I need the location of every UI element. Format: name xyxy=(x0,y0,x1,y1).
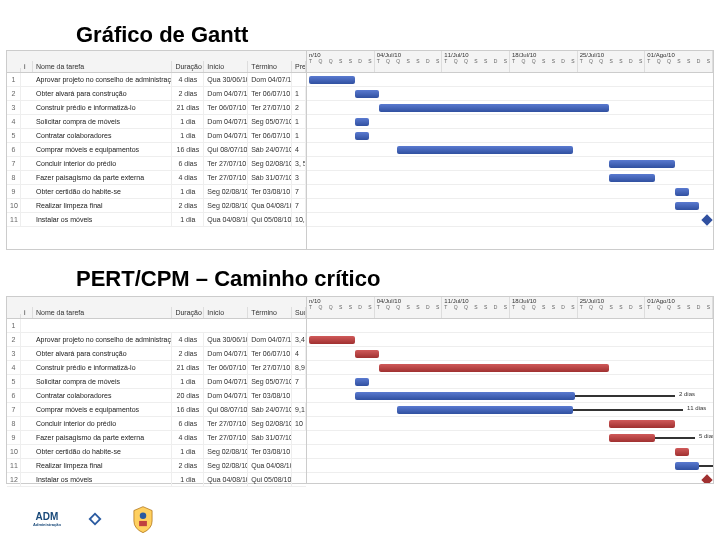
col-pred: Predecessoras xyxy=(292,61,306,72)
table-row[interactable]: 11Instalar os móveis1 diaQua 04/08/10Qui… xyxy=(7,213,306,227)
gantt-bar[interactable] xyxy=(675,188,689,196)
table-row[interactable]: 11Realizar limpeza final2 diasSeg 02/08/… xyxy=(7,459,306,473)
table-row[interactable]: 7Concluir interior do prédio6 diasTer 27… xyxy=(7,157,306,171)
table-row[interactable]: 4Solicitar compra de móveis1 diaDom 04/0… xyxy=(7,115,306,129)
table-row[interactable]: 6Comprar móveis e equipamentos16 diasQui… xyxy=(7,143,306,157)
gantt-table-header: i Nome da tarefa Duração Início Término … xyxy=(7,51,306,73)
col-name: Nome da tarefa xyxy=(33,61,172,72)
table-row[interactable]: 4Construir prédio e informatizá-lo21 dia… xyxy=(7,361,306,375)
critical-bar[interactable] xyxy=(609,434,655,442)
col-start: Início xyxy=(204,61,248,72)
gantt-bar[interactable] xyxy=(397,146,573,154)
col-duration: Duração xyxy=(172,61,204,72)
col-end: Término xyxy=(248,61,292,72)
table-row[interactable]: 12Instalar os móveis1 diaQua 04/08/10Qui… xyxy=(7,473,306,487)
gantt-bar[interactable] xyxy=(379,104,609,112)
table-row[interactable]: 8Fazer paisagismo da parte externa4 dias… xyxy=(7,171,306,185)
slack-label: 11 dias xyxy=(687,405,706,411)
svg-rect-3 xyxy=(139,521,147,526)
ufsc-logo xyxy=(124,504,162,534)
gantt-bar[interactable] xyxy=(355,378,369,386)
info-icon: i xyxy=(21,61,33,72)
slack-line xyxy=(573,409,683,411)
col-end: Término xyxy=(248,307,292,318)
table-row[interactable]: 10Obter certidão do habite-se1 diaSeg 02… xyxy=(7,445,306,459)
slack-line xyxy=(699,465,713,467)
heading-pertcpm: PERT/CPM – Caminho crítico xyxy=(76,266,380,292)
timeline-week: 25/Jul/10TQQSSDS xyxy=(578,297,646,318)
gantt-chart-panel: i Nome da tarefa Duração Início Término … xyxy=(6,50,714,250)
svg-point-2 xyxy=(140,513,147,520)
critical-bar[interactable] xyxy=(355,350,379,358)
gantt-bar[interactable] xyxy=(309,76,355,84)
table-row[interactable]: 6Contratar colaboradores20 diasDom 04/07… xyxy=(7,389,306,403)
col-duration: Duração xyxy=(172,307,204,318)
timeline-week: 04/Jul/10TQQSSDS xyxy=(375,51,443,72)
slack-label: 2 dias xyxy=(679,391,695,397)
timeline-week: 01/Ago/10TQQSSDS xyxy=(645,297,713,318)
info-icon: i xyxy=(21,307,33,318)
table-row[interactable]: 2Obter alvará para construção2 diasDom 0… xyxy=(7,87,306,101)
slack-line xyxy=(575,395,675,397)
pert-table: i Nome da tarefa Duração Início Término … xyxy=(7,297,307,483)
timeline-week: n/10TQQSSDS xyxy=(307,51,375,72)
table-row[interactable]: 2Aprovar projeto no conselho de administ… xyxy=(7,333,306,347)
cfa-logo xyxy=(76,504,114,534)
table-row[interactable]: 3Obter alvará para construção2 diasDom 0… xyxy=(7,347,306,361)
timeline-week: n/10TQQSSDS xyxy=(307,297,375,318)
table-row[interactable]: 3Construir prédio e informatizá-lo21 dia… xyxy=(7,101,306,115)
table-row[interactable]: 9Obter certidão do habite-se1 diaSeg 02/… xyxy=(7,185,306,199)
timeline-week: 01/Ago/10TQQSSDS xyxy=(645,51,713,72)
critical-bar[interactable] xyxy=(309,336,355,344)
table-row[interactable]: 10Realizar limpeza final2 diasSeg 02/08/… xyxy=(7,199,306,213)
table-row[interactable]: 5Contratar colaboradores1 diaDom 04/07/1… xyxy=(7,129,306,143)
gantt-timeline: n/10TQQSSDS04/Jul/10TQQSSDS11/Jul/10TQQS… xyxy=(307,51,713,249)
pert-timeline: n/10TQQSSDS04/Jul/10TQQSSDS11/Jul/10TQQS… xyxy=(307,297,713,483)
gantt-bar[interactable] xyxy=(609,174,655,182)
timeline-week: 18/Jul/10TQQSSDS xyxy=(510,297,578,318)
gantt-bar[interactable] xyxy=(609,160,675,168)
gantt-bar[interactable] xyxy=(355,90,379,98)
timeline-week: 11/Jul/10TQQSSDS xyxy=(442,51,510,72)
timeline-week: 04/Jul/10TQQSSDS xyxy=(375,297,443,318)
table-row[interactable]: 8Concluir interior do prédio6 diasTer 27… xyxy=(7,417,306,431)
pert-table-header: i Nome da tarefa Duração Início Término … xyxy=(7,297,306,319)
table-row[interactable]: 5Solicitar compra de móveis1 diaDom 04/0… xyxy=(7,375,306,389)
gantt-bar[interactable] xyxy=(675,202,699,210)
table-row[interactable]: 1Aprovar projeto no conselho de administ… xyxy=(7,73,306,87)
critical-bar[interactable] xyxy=(675,448,689,456)
col-name: Nome da tarefa xyxy=(33,307,172,318)
footer-logos: ADM Administração xyxy=(28,504,162,534)
adm-logo: ADM Administração xyxy=(28,504,66,534)
gantt-bar[interactable] xyxy=(355,118,369,126)
table-row[interactable]: 9Fazer paisagismo da parte externa4 dias… xyxy=(7,431,306,445)
slack-label: 5 dias xyxy=(699,433,713,439)
pert-chart-panel: i Nome da tarefa Duração Início Término … xyxy=(6,296,714,484)
gantt-table: i Nome da tarefa Duração Início Término … xyxy=(7,51,307,249)
col-succ: Sucessoras xyxy=(292,307,306,318)
slack-line xyxy=(655,437,695,439)
timeline-week: 25/Jul/10TQQSSDS xyxy=(578,51,646,72)
heading-gantt: Gráfico de Gantt xyxy=(76,22,248,48)
gantt-bar[interactable] xyxy=(397,406,573,414)
col-start: Início xyxy=(204,307,248,318)
critical-bar[interactable] xyxy=(609,420,675,428)
critical-bar[interactable] xyxy=(379,364,609,372)
gantt-bar[interactable] xyxy=(355,132,369,140)
timeline-week: 11/Jul/10TQQSSDS xyxy=(442,297,510,318)
gantt-bar[interactable] xyxy=(675,462,699,470)
timeline-week: 18/Jul/10TQQSSDS xyxy=(510,51,578,72)
table-row[interactable]: 7Comprar móveis e equipamentos16 diasQui… xyxy=(7,403,306,417)
table-row[interactable]: 1 xyxy=(7,319,306,333)
gantt-bar[interactable] xyxy=(355,392,575,400)
